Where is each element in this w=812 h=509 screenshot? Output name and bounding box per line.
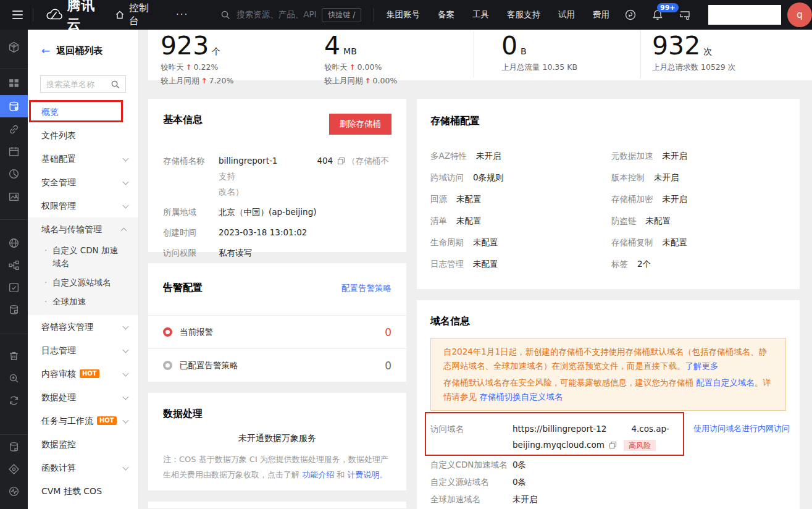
cos-bucket-icon[interactable]: B — [8, 101, 20, 112]
region-row: 所属地域 北京（中国）(ap-beijing) — [163, 204, 391, 220]
sidebar-item-tasks-workflow[interactable]: 任务与工作流HOT — [28, 409, 138, 432]
sidebar-item-log-management[interactable]: 日志管理 — [28, 339, 138, 362]
menu-search-input[interactable] — [46, 80, 111, 89]
chevron-down-icon — [123, 156, 129, 162]
configure-alarm-policy-link[interactable]: 配置告警策略 — [341, 283, 391, 294]
shortcut-key-badge: 快捷键 / — [322, 8, 361, 22]
console-link[interactable]: 控制台 — [115, 2, 151, 28]
access-domain-row: 访问域名 https://billingreport-124.cos.ap- b… — [430, 421, 786, 453]
sidebar-item-fault-tolerance[interactable]: 容错容灾管理 — [28, 315, 138, 339]
intranet-access-link[interactable]: 使用访问域名进行内网访问 — [693, 421, 790, 437]
config-item: 清单未配置 — [430, 215, 611, 227]
tencent-cloud-logo[interactable]: 腾讯云 — [44, 0, 99, 33]
config-item: 存储桶加密未开启 — [611, 193, 786, 205]
sidebar-item-file-list[interactable]: 文件列表 — [28, 124, 138, 147]
cloud-logo-icon — [44, 8, 63, 22]
product-cube-icon[interactable] — [8, 41, 20, 53]
search-icon — [220, 10, 230, 20]
basic-info-panel: 基本信息 删除存储桶 存储桶名称 billingreport-1404（存储桶不… — [148, 99, 406, 252]
sidebar-item-data-processing[interactable]: 数据处理 — [28, 385, 138, 409]
chevron-down-icon — [123, 347, 129, 353]
cdn-domain-row: 自定义CDN加速域名0条 — [430, 460, 786, 470]
current-alarm-count: 0 — [385, 326, 391, 339]
copy-icon[interactable] — [337, 157, 345, 165]
pie-chart-icon[interactable] — [8, 168, 20, 180]
calendar-icon[interactable] — [8, 146, 20, 158]
origin-domain-row: 自定义源站域名0条 — [430, 477, 786, 487]
stat-storage-size: 4MB 较昨天↑0.00% 较上月同期↑0.00% — [324, 32, 397, 86]
dashboard-grid-icon[interactable] — [8, 77, 20, 89]
back-to-bucket-list[interactable]: ← 返回桶列表 — [28, 30, 138, 57]
sidebar-item-basic-config[interactable]: 基础配置 — [28, 147, 138, 170]
acl-row: 访问权限 私有读写 — [163, 245, 391, 261]
global-search[interactable]: 搜索资源、产品、API、文档 快捷键 / — [220, 8, 361, 22]
configure-custom-domain-link[interactable]: 配置自定义域名 — [696, 377, 755, 387]
learn-more-link[interactable]: 了解更多 — [685, 361, 719, 371]
bullet-icon: · — [44, 295, 47, 308]
switch-custom-domain-doc-link[interactable]: 存储桶切换自定义域名 — [479, 392, 563, 402]
avatar[interactable]: q — [787, 2, 812, 27]
database-icon[interactable] — [8, 304, 20, 316]
storage-db-icon[interactable] — [8, 441, 20, 453]
inspect-search-icon[interactable] — [8, 372, 20, 384]
feature-intro-link[interactable]: 功能介绍 — [302, 470, 334, 479]
up-arrow-icon: ↑ — [186, 63, 192, 72]
data-processing-panel: 数据处理 未开通数据万象服务 注：COS 基于数据万象 CI 为您提供数据处理服… — [148, 393, 406, 490]
sidebar-item-global-acceleration[interactable]: ·全球加速 — [28, 292, 138, 311]
sidebar-item-function-compute[interactable]: 函数计算 — [28, 456, 138, 479]
nav-support[interactable]: 客服支持 — [507, 9, 540, 20]
ci-note: 注：COS 基于数据万象 CI 为您提供数据处理服务，数据处理产生相关费用由数据… — [163, 452, 391, 482]
config-item: 多AZ特性未开启 — [430, 150, 611, 162]
alarm-policy-count: 0 — [385, 360, 391, 372]
overview-stats-panel: 923个 较昨天↑0.22% 较上月同期↑7.20% 4MB 较昨天↑0.00%… — [148, 30, 812, 80]
flow-branch-icon[interactable] — [8, 259, 20, 271]
panel-title: 数据处理 — [163, 408, 391, 421]
sidebar-item-security[interactable]: 安全管理 — [28, 170, 138, 194]
divider — [33, 8, 33, 22]
trash-icon[interactable] — [8, 350, 20, 362]
nav-trial[interactable]: 试用 — [558, 9, 575, 20]
config-item: 版本控制未开启 — [611, 172, 786, 183]
back-label: 返回桶列表 — [56, 45, 103, 57]
account-name-redacted[interactable] — [708, 5, 781, 25]
chevron-down-icon — [123, 394, 129, 400]
nav-group-account[interactable]: 集团账号 — [387, 9, 420, 20]
chevron-down-icon — [123, 179, 129, 185]
sidebar-item-custom-origin-domain[interactable]: ·自定义源站域名 — [28, 273, 138, 292]
copy-icon[interactable] — [609, 441, 617, 449]
overflow-menu[interactable]: ··· — [176, 9, 188, 20]
sidebar-item-content-audit[interactable]: 内容审核HOT — [28, 362, 138, 385]
nav-icp[interactable]: 备案 — [438, 9, 454, 20]
nav-tools[interactable]: 工具 — [472, 9, 489, 20]
sync-icon[interactable] — [8, 395, 20, 406]
sidebar-item-overview[interactable]: 概览 — [28, 100, 138, 124]
globe-icon[interactable] — [8, 237, 20, 249]
nav-billing[interactable]: 费用 — [593, 9, 609, 20]
menu-search[interactable] — [40, 75, 126, 93]
config-item: 回源未配置 — [430, 193, 611, 205]
task-check-icon[interactable] — [8, 282, 20, 293]
domain-notice-banner: 自2024年1月1日起，新创建的存储桶不支持使用存储桶默认域名（包括存储桶域名、… — [430, 338, 786, 411]
package-box-icon[interactable] — [8, 463, 20, 475]
billing-doc-link[interactable]: 计费说明 — [347, 470, 379, 479]
sidebar-item-permission[interactable]: 权限管理 — [28, 194, 138, 217]
topbar-nav: 集团账号 备案 工具 客服支持 试用 费用 — [374, 9, 609, 20]
monitor-pulse-icon[interactable] — [8, 486, 20, 497]
sidebar-item-cvm-mount-cos[interactable]: CVM 挂载 COS — [28, 479, 138, 503]
config-item: 标签2个 — [611, 258, 786, 270]
delete-bucket-button[interactable]: 删除存储桶 — [329, 114, 392, 135]
stat-requests: 932次 上月总请求数 10529 次 — [652, 32, 735, 73]
support-circle-icon[interactable] — [624, 9, 637, 21]
bell-icon[interactable]: 99+ — [651, 9, 664, 21]
sidebar-item-data-monitor[interactable]: 数据监控 — [28, 432, 138, 456]
global-accel-domain-row: 全球加速域名未开启 — [430, 494, 786, 505]
hamburger-menu-icon[interactable] — [12, 8, 23, 22]
bucket-name-row: 存储桶名称 billingreport-1404（存储桶不支持改名） — [163, 153, 391, 200]
sidebar-item-domain-transfer[interactable]: 域名与传输管理 — [28, 217, 138, 241]
link-icon[interactable] — [8, 124, 20, 135]
console-manage-icon[interactable] — [679, 9, 691, 21]
config-item: 生命周期未配置 — [430, 237, 611, 248]
media-image-icon[interactable] — [8, 191, 20, 203]
stat-traffic: 0B 上月总流量 10.35 KB — [501, 32, 577, 73]
sidebar-item-custom-cdn-domain[interactable]: ·自定义 CDN 加速域名 — [28, 241, 138, 273]
